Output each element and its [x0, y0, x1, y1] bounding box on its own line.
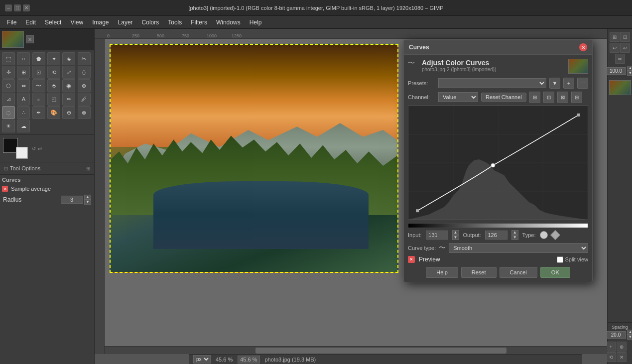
spacing-up-button[interactable]: ▲: [627, 330, 632, 335]
tool-move[interactable]: ✛: [2, 66, 15, 79]
menu-file[interactable]: File: [3, 18, 20, 27]
navigator-thumbnail[interactable]: [609, 80, 631, 95]
tool-ink[interactable]: ✒: [32, 106, 45, 119]
menu-colors[interactable]: Colors: [138, 18, 163, 27]
curves-dialog-close-button[interactable]: ✕: [579, 43, 587, 51]
tool-by-color[interactable]: ◈: [62, 52, 75, 65]
channel-icon4[interactable]: ⊟: [571, 92, 582, 103]
reset-colors-icon[interactable]: ↺: [32, 146, 36, 151]
tool-unified-transform[interactable]: ◉: [62, 79, 75, 92]
menu-windows[interactable]: Windows: [212, 18, 245, 27]
input-down-button[interactable]: ▼: [452, 235, 459, 240]
tool-blend[interactable]: ◰: [47, 93, 60, 106]
menu-edit[interactable]: Edit: [21, 18, 40, 27]
canvas-scrollbar-bottom[interactable]: [105, 346, 607, 354]
control-point[interactable]: [491, 163, 495, 167]
menu-image[interactable]: Image: [88, 18, 113, 27]
delete-brush-icon[interactable]: ✕: [617, 352, 627, 362]
tool-smudge[interactable]: ☁: [17, 120, 30, 132]
layers-icon[interactable]: ⊞: [610, 32, 620, 42]
channel-select[interactable]: Value Red Green Blue Alpha: [438, 92, 478, 102]
reset-button[interactable]: Reset: [461, 267, 497, 278]
menu-filters[interactable]: Filters: [187, 18, 211, 27]
tool-scissors[interactable]: ✂: [78, 52, 91, 65]
menu-help[interactable]: Help: [246, 18, 266, 27]
presets-options-button[interactable]: ⋯: [577, 78, 588, 89]
redo-icon[interactable]: ↩: [620, 43, 630, 53]
tool-rect-select[interactable]: ⬚: [2, 52, 15, 65]
output-down-button[interactable]: ▼: [511, 235, 518, 240]
maximize-button[interactable]: □: [14, 4, 21, 11]
minimize-button[interactable]: –: [5, 4, 12, 11]
tool-airbrush[interactable]: ∴: [17, 106, 30, 119]
menu-layer[interactable]: Layer: [114, 18, 137, 27]
spacing-down-button[interactable]: ▼: [627, 335, 632, 340]
tool-fuzzy-select[interactable]: ✦: [47, 52, 60, 65]
scrollbar-thumb-horizontal[interactable]: [255, 348, 507, 354]
tool-cage[interactable]: ⬘: [47, 79, 60, 92]
zoom-value-input[interactable]: [606, 67, 626, 75]
new-brush-icon[interactable]: +: [606, 342, 616, 352]
background-color-swatch[interactable]: [16, 147, 28, 159]
split-view-checkbox[interactable]: [557, 256, 563, 263]
tool-handle-transform[interactable]: ⊛: [78, 79, 91, 92]
tool-free-select[interactable]: ⬟: [32, 52, 45, 65]
tool-text[interactable]: A: [17, 93, 30, 106]
close-thumbnail-button[interactable]: ✕: [26, 35, 34, 43]
anchor-point-end[interactable]: [577, 114, 580, 117]
channel-icon2[interactable]: ⊡: [543, 92, 554, 103]
tool-scale[interactable]: ⤢: [62, 66, 75, 79]
radius-down-button[interactable]: ▼: [84, 200, 91, 205]
brushes-icon[interactable]: ✏: [615, 54, 625, 64]
tool-pencil[interactable]: ✏: [62, 93, 75, 106]
ok-button[interactable]: OK: [540, 267, 570, 278]
tool-align[interactable]: ⊞: [17, 66, 30, 79]
zoom-dropdown[interactable]: 45.6 %: [238, 356, 259, 364]
menu-select[interactable]: Select: [41, 18, 65, 27]
preview-close-button[interactable]: ✕: [408, 256, 415, 263]
tool-rotate[interactable]: ⟲: [47, 66, 60, 79]
tool-crop[interactable]: ⊡: [32, 66, 45, 79]
tool-paint-bucket[interactable]: ⬦: [32, 93, 45, 106]
tool-shear[interactable]: ⬯: [78, 66, 91, 79]
presets-dropdown-button[interactable]: ▼: [549, 78, 560, 89]
undo-icon[interactable]: ↩: [610, 43, 620, 53]
tool-paintbrush[interactable]: 🖊: [78, 93, 91, 106]
cancel-button[interactable]: Cancel: [500, 267, 537, 278]
unit-select[interactable]: px: [193, 355, 211, 364]
close-button[interactable]: ✕: [23, 4, 30, 11]
spacing-value-input[interactable]: [606, 331, 626, 339]
presets-select[interactable]: [438, 78, 546, 88]
tool-warp[interactable]: 〜: [32, 79, 45, 92]
curve-type-select[interactable]: Smooth Linear: [449, 243, 588, 253]
type-circle-button[interactable]: [540, 231, 548, 239]
duplicate-brush-icon[interactable]: ⊕: [617, 342, 627, 352]
tool-paths[interactable]: ⊿: [2, 93, 15, 106]
sample-average-close-icon[interactable]: ✕: [2, 186, 8, 192]
channel-icon3[interactable]: ⊠: [557, 92, 568, 103]
output-value[interactable]: [485, 231, 507, 240]
tool-dodge-burn[interactable]: ☀: [2, 120, 15, 132]
swap-colors-icon[interactable]: ⇄: [38, 146, 42, 151]
refresh-icon[interactable]: ⟲: [606, 352, 616, 362]
tool-flip[interactable]: ⇔: [17, 79, 30, 92]
type-diamond-button[interactable]: [550, 230, 560, 240]
menu-view[interactable]: View: [66, 18, 87, 27]
menu-tools[interactable]: Tools: [164, 18, 186, 27]
input-value[interactable]: [426, 231, 448, 240]
channels-icon[interactable]: ⊡: [620, 32, 630, 42]
output-up-button[interactable]: ▲: [511, 230, 518, 235]
image-thumbnail[interactable]: [2, 31, 24, 48]
tool-ellipse-select[interactable]: ○: [17, 52, 30, 65]
radius-up-button[interactable]: ▲: [84, 195, 91, 200]
input-up-button[interactable]: ▲: [452, 230, 459, 235]
tool-options-expand-icon[interactable]: ⊞: [86, 166, 90, 171]
anchor-point-start[interactable]: [416, 209, 419, 212]
tool-mypaint[interactable]: 🎨: [47, 106, 60, 119]
radius-input[interactable]: [61, 196, 83, 204]
tool-eraser[interactable]: ◌: [2, 106, 15, 119]
zoom-up-button[interactable]: ▲: [627, 66, 632, 71]
tool-clone[interactable]: ⊕: [62, 106, 75, 119]
zoom-down-button[interactable]: ▼: [627, 71, 632, 76]
reset-channel-button[interactable]: Reset Channel: [481, 93, 526, 102]
